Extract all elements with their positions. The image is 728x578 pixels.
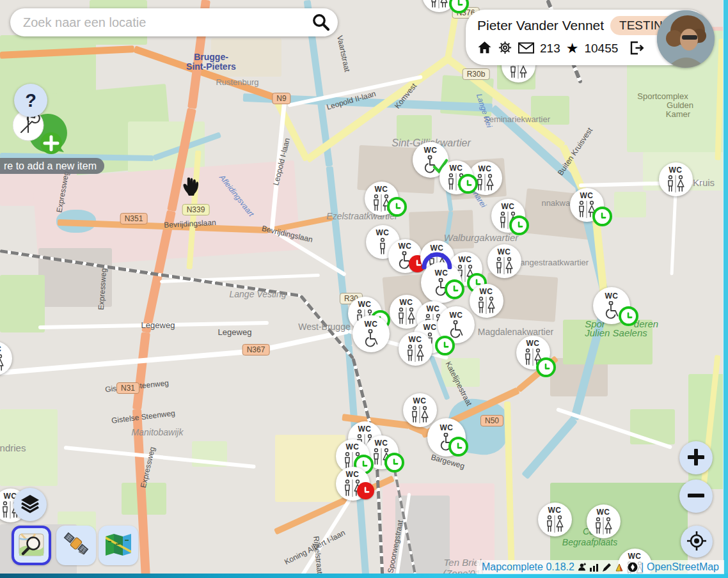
opening-hours-badge-green[interactable] bbox=[448, 437, 468, 457]
star-icon: ★ bbox=[566, 42, 579, 56]
map-area bbox=[0, 275, 45, 332]
wc-label: WC bbox=[459, 256, 472, 263]
envelope-icon bbox=[518, 42, 534, 56]
wc-label: WC bbox=[365, 320, 378, 328]
wc-label: WC bbox=[0, 345, 2, 353]
toilet-marker[interactable]: WC bbox=[399, 332, 432, 366]
zoom-in-button[interactable] bbox=[679, 441, 713, 474]
logout-button[interactable] bbox=[629, 41, 644, 57]
background-map-button[interactable] bbox=[99, 526, 138, 565]
statistics-icon[interactable] bbox=[589, 563, 599, 572]
mapcomplete-version-link[interactable]: Mapcomplete 0.18.2 bbox=[482, 561, 574, 573]
map-area bbox=[563, 320, 653, 364]
user-stats-icon[interactable] bbox=[578, 563, 586, 572]
map-area bbox=[614, 192, 646, 217]
geolocate-button[interactable] bbox=[681, 526, 713, 558]
road-ref-badge: N367 bbox=[242, 344, 270, 355]
messages-button[interactable] bbox=[518, 42, 534, 56]
layers-button[interactable] bbox=[13, 488, 47, 521]
wc-label: WC bbox=[479, 165, 492, 173]
opening-hours-badge-green[interactable] bbox=[592, 207, 612, 226]
avatar[interactable] bbox=[657, 10, 715, 68]
toilet-marker[interactable]: WC bbox=[352, 315, 390, 352]
openstreetmap-link[interactable]: OpenStreetMap bbox=[647, 561, 719, 573]
map-label: Gistelse Steenweg bbox=[111, 409, 175, 425]
plus-icon bbox=[688, 449, 704, 467]
map-road bbox=[504, 402, 515, 578]
wc-label: WC bbox=[431, 244, 444, 252]
changeset-count: 10455 bbox=[584, 42, 618, 56]
background-osm-carto-button[interactable] bbox=[12, 526, 51, 565]
bottom-accent-bar bbox=[0, 574, 728, 578]
wc-label: WC bbox=[427, 305, 440, 313]
wc-label: WC bbox=[358, 425, 372, 433]
toilet-marker[interactable]: WC bbox=[538, 503, 572, 536]
avatar-image bbox=[657, 10, 715, 68]
opening-hours-badge-green[interactable] bbox=[458, 174, 478, 194]
opening-hours-badge-green[interactable] bbox=[445, 279, 464, 299]
wc-label: WC bbox=[400, 299, 413, 306]
satellite-icon bbox=[61, 530, 91, 561]
josm-icon[interactable] bbox=[615, 563, 624, 572]
opening-hours-badge-green[interactable] bbox=[536, 357, 556, 377]
opening-hours-badge-green[interactable] bbox=[387, 197, 407, 217]
gear-icon bbox=[498, 40, 512, 57]
wc-label: WC bbox=[440, 424, 454, 432]
map-area bbox=[441, 358, 480, 387]
zoom-out-button[interactable] bbox=[679, 480, 713, 513]
home-button[interactable] bbox=[477, 40, 492, 57]
mapillary-icon[interactable] bbox=[628, 562, 638, 572]
wc-label: WC bbox=[526, 340, 540, 347]
map-area bbox=[531, 96, 569, 125]
map-road bbox=[521, 416, 578, 480]
map-area bbox=[211, 38, 281, 77]
logout-icon bbox=[629, 41, 644, 57]
mapcomplete-app: Brugge-Sint-PietersRustenburgSint-Gillis… bbox=[0, 0, 728, 578]
opening-hours-badge-green[interactable] bbox=[384, 453, 404, 473]
wc-label: WC bbox=[450, 311, 463, 319]
opening-hours-badge-green[interactable] bbox=[509, 215, 529, 235]
folded-map-icon bbox=[104, 533, 132, 559]
minus-icon bbox=[688, 487, 704, 506]
road-ref-badge: N50 bbox=[480, 415, 503, 426]
road-ref-badge: N351 bbox=[120, 213, 148, 224]
map-label: Vaartstraat bbox=[335, 35, 352, 72]
wc-label: WC bbox=[480, 288, 493, 295]
opening-hours-badge-red[interactable] bbox=[357, 482, 374, 499]
wc-label: WC bbox=[346, 443, 360, 451]
toilet-marker[interactable]: WC bbox=[487, 244, 521, 278]
wc-label: WC bbox=[375, 439, 388, 447]
wc-label: WC bbox=[597, 508, 610, 516]
search-input[interactable] bbox=[22, 15, 310, 31]
settings-button[interactable] bbox=[498, 40, 512, 57]
map-area bbox=[0, 409, 58, 486]
map-magnifier-icon bbox=[17, 531, 45, 561]
layers-icon bbox=[20, 494, 40, 515]
wc-label: WC bbox=[346, 471, 360, 478]
opening-hours-badge-green[interactable] bbox=[435, 336, 455, 355]
toilet-marker[interactable]: WC bbox=[587, 504, 621, 538]
road-ref-badge: N31 bbox=[116, 382, 139, 394]
wc-label: WC bbox=[424, 146, 438, 154]
background-satellite-button[interactable] bbox=[56, 526, 96, 565]
help-button[interactable]: ? bbox=[14, 84, 47, 117]
right-accent-strip[interactable] bbox=[723, 0, 728, 578]
toilet-marker[interactable]: WC bbox=[470, 284, 503, 318]
changesets-button[interactable]: ★ bbox=[566, 42, 579, 56]
toilet-marker[interactable]: WC bbox=[403, 393, 437, 427]
wc-label: WC bbox=[580, 192, 594, 199]
opening-hours-badge-green[interactable] bbox=[619, 306, 638, 326]
map-road bbox=[0, 348, 256, 375]
wc-label: WC bbox=[376, 229, 390, 237]
toilet-marker[interactable]: WC bbox=[659, 162, 693, 196]
search-button[interactable] bbox=[310, 11, 331, 35]
attribution-separator: | bbox=[641, 561, 644, 573]
map-road bbox=[132, 332, 150, 410]
map-road bbox=[64, 446, 257, 469]
edit-icon[interactable] bbox=[602, 563, 612, 572]
crosshair-icon bbox=[686, 530, 708, 554]
wc-label: WC bbox=[358, 301, 372, 308]
map-canvas[interactable]: Brugge-Sint-PietersRustenburgSint-Gillis… bbox=[0, 0, 728, 578]
wc-label: WC bbox=[399, 242, 412, 250]
wc-label: WC bbox=[498, 248, 511, 256]
